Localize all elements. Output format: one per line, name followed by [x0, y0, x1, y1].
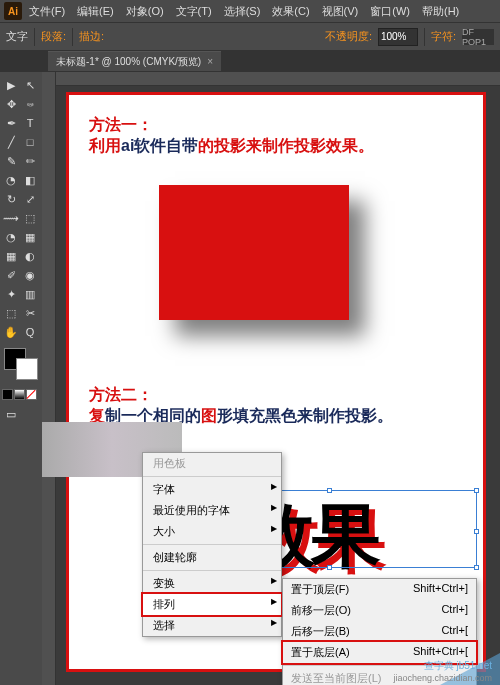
screen-mode-tool[interactable]: ▭ [2, 405, 20, 423]
paintbrush-tool[interactable]: ✎ [2, 152, 20, 170]
ctx-select[interactable]: 选择 [143, 615, 281, 636]
red-rectangle-shape[interactable] [159, 185, 349, 320]
direct-selection-tool[interactable]: ↖ [21, 76, 39, 94]
mesh-tool[interactable]: ▦ [2, 247, 20, 265]
method1-text: 方法一： 利用ai软件自带的投影来制作投影效果。 [89, 115, 374, 157]
sub-send-backward[interactable]: 后移一层(B)Ctrl+[ [283, 621, 476, 642]
ctx-transform[interactable]: 变换 [143, 573, 281, 594]
opt-paragraph[interactable]: 段落: [41, 29, 66, 44]
menu-file[interactable]: 文件(F) [24, 2, 70, 21]
opacity-input[interactable] [378, 28, 418, 46]
tab-title: 未标题-1* @ 100% (CMYK/预览) [56, 55, 201, 69]
opt-char-label[interactable]: 字符: [431, 29, 456, 44]
zoom-tool[interactable]: Q [21, 323, 39, 341]
pencil-tool[interactable]: ✏ [21, 152, 39, 170]
menu-type[interactable]: 文字(T) [171, 2, 217, 21]
rotate-tool[interactable]: ↻ [2, 190, 20, 208]
line-tool[interactable]: ╱ [2, 133, 20, 151]
color-mode-none[interactable] [26, 389, 37, 400]
perspective-grid-tool[interactable]: ▦ [21, 228, 39, 246]
watermark: 查字典 jb51.net jiaocheng.chazidian.com [393, 659, 492, 683]
ctx-swatch: 用色板 [143, 453, 281, 474]
app-logo: Ai [4, 2, 22, 20]
type-tool[interactable]: T [21, 114, 39, 132]
sub-bring-front[interactable]: 置于顶层(F)Shift+Ctrl+] [283, 579, 476, 600]
canvas[interactable]: 方法一： 利用ai软件自带的投影来制作投影效果。 方法二： 复制一个相同的图形填… [42, 72, 500, 685]
column-graph-tool[interactable]: ▥ [21, 285, 39, 303]
shape-builder-tool[interactable]: ◔ [2, 228, 20, 246]
color-swatches[interactable] [2, 346, 40, 394]
ctx-arrange[interactable]: 排列 [143, 594, 281, 615]
gradient-tool[interactable]: ◐ [21, 247, 39, 265]
ruler-horizontal [56, 72, 500, 86]
options-bar: 文字 段落: 描边: 不透明度: 字符: DF POP1 [0, 22, 500, 50]
ctx-size[interactable]: 大小 [143, 521, 281, 542]
method2-text: 方法二： 复制一个相同的图形填充黑色来制作投影。 [89, 385, 393, 427]
font-name-display[interactable]: DF POP1 [462, 29, 494, 45]
width-tool[interactable]: ⟿ [2, 209, 20, 227]
scale-tool[interactable]: ⤢ [21, 190, 39, 208]
document-tab-bar: 未标题-1* @ 100% (CMYK/预览) × [0, 50, 500, 72]
blob-brush-tool[interactable]: ◔ [2, 171, 20, 189]
ctx-recent-fonts[interactable]: 最近使用的字体 [143, 500, 281, 521]
magic-wand-tool[interactable]: ✥ [2, 95, 20, 113]
menu-edit[interactable]: 编辑(E) [72, 2, 119, 21]
eyedropper-tool[interactable]: ✐ [2, 266, 20, 284]
ctx-font[interactable]: 字体 [143, 479, 281, 500]
menu-help[interactable]: 帮助(H) [417, 2, 464, 21]
tools-panel: ▶↖ ✥⎃ ✒T ╱□ ✎✏ ◔◧ ↻⤢ ⟿⬚ ◔▦ ▦◐ ✐◉ ✦▥ ⬚✂ ✋… [0, 72, 42, 685]
color-mode-solid[interactable] [2, 389, 13, 400]
free-transform-tool[interactable]: ⬚ [21, 209, 39, 227]
opt-stroke[interactable]: 描边: [79, 29, 104, 44]
slice-tool[interactable]: ✂ [21, 304, 39, 322]
eraser-tool[interactable]: ◧ [21, 171, 39, 189]
document-tab[interactable]: 未标题-1* @ 100% (CMYK/预览) × [48, 51, 221, 71]
sub-bring-forward[interactable]: 前移一层(O)Ctrl+] [283, 600, 476, 621]
pen-tool[interactable]: ✒ [2, 114, 20, 132]
color-mode-gradient[interactable] [14, 389, 25, 400]
menu-view[interactable]: 视图(V) [317, 2, 364, 21]
menu-select[interactable]: 选择(S) [219, 2, 266, 21]
ruler-vertical [42, 72, 56, 685]
opt-opacity-label: 不透明度: [325, 29, 372, 44]
stroke-color-swatch[interactable] [16, 358, 38, 380]
context-menu: 用色板 字体 最近使用的字体 大小 创建轮廓 变换 排列 选择 [142, 452, 282, 637]
close-icon[interactable]: × [207, 56, 213, 67]
menu-window[interactable]: 窗口(W) [365, 2, 415, 21]
selection-tool[interactable]: ▶ [2, 76, 20, 94]
blend-tool[interactable]: ◉ [21, 266, 39, 284]
menu-effect[interactable]: 效果(C) [267, 2, 314, 21]
rectangle-tool[interactable]: □ [21, 133, 39, 151]
hand-tool[interactable]: ✋ [2, 323, 20, 341]
artboard-tool[interactable]: ⬚ [2, 304, 20, 322]
menu-bar: Ai 文件(F) 编辑(E) 对象(O) 文字(T) 选择(S) 效果(C) 视… [0, 0, 500, 22]
ctx-create-outlines[interactable]: 创建轮廓 [143, 547, 281, 568]
symbol-sprayer-tool[interactable]: ✦ [2, 285, 20, 303]
lasso-tool[interactable]: ⎃ [21, 95, 39, 113]
menu-object[interactable]: 对象(O) [121, 2, 169, 21]
opt-tool-label: 文字 [6, 29, 28, 44]
